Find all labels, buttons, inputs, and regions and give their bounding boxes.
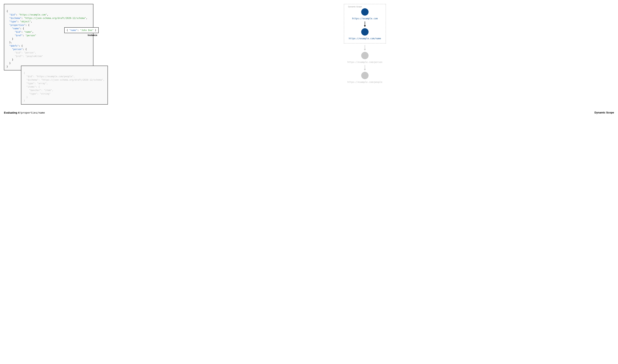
scope-label-4: https://example.com/people bbox=[347, 81, 382, 83]
svg-marker-5 bbox=[364, 69, 366, 70]
schema-primary: { "$id": "https://example.com", "$schema… bbox=[4, 4, 93, 70]
arrow-inactive-icon bbox=[364, 65, 366, 70]
schema-secondary: { "$id": "https://example.com/people", "… bbox=[21, 66, 108, 104]
dynamic-scope-box: Dynamic Scope https://example.com https:… bbox=[344, 4, 386, 43]
caption-row: Evaluating #/properties/name Dynamic Sco… bbox=[4, 111, 614, 114]
scope-label-2: https://example.com/name bbox=[349, 37, 381, 40]
svg-marker-1 bbox=[364, 25, 366, 27]
scope-box-title: Dynamic Scope bbox=[348, 5, 362, 8]
scope-node-3 bbox=[361, 52, 369, 59]
instance-label: Instance bbox=[88, 34, 97, 37]
scope-node-1 bbox=[361, 8, 369, 16]
svg-marker-3 bbox=[364, 49, 366, 51]
scope-node-2 bbox=[361, 28, 369, 36]
arrow-active-icon bbox=[364, 21, 366, 27]
scope-node-4 bbox=[361, 72, 369, 79]
scope-label-1: https://example.com bbox=[352, 17, 378, 20]
left-column: { "$id": "https://example.com", "$schema… bbox=[4, 4, 108, 104]
arrow-inactive-icon bbox=[364, 45, 366, 51]
caption-right: Dynamic Scope bbox=[594, 111, 614, 114]
instance-box: { "name": "John Doe" } bbox=[64, 27, 99, 33]
right-column: Dynamic Scope https://example.com https:… bbox=[116, 4, 614, 83]
scope-label-3: https://example.com/person bbox=[347, 61, 382, 64]
caption-left: Evaluating #/properties/name bbox=[4, 111, 45, 114]
diagram-container: { "$id": "https://example.com", "$schema… bbox=[4, 4, 614, 104]
scope-rest: https://example.com/person https://examp… bbox=[116, 43, 614, 83]
